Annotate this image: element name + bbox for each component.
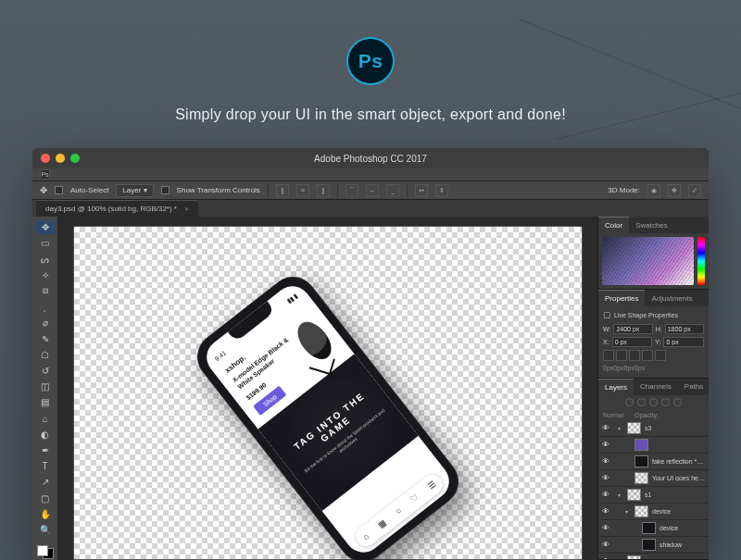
layer-row[interactable]: 👁▾device <box>598 504 709 520</box>
layer-row[interactable]: 👁Your UI goes here (192... <box>598 470 709 487</box>
canvas-checker[interactable]: 9:41 ▮▮▮ xshop. X-model Edge Black & Whi… <box>73 226 583 560</box>
tool-move[interactable]: ✥ <box>35 220 56 234</box>
prop-y-input[interactable] <box>663 337 704 347</box>
mode-3d-pan-icon[interactable]: ✥ <box>668 184 681 197</box>
layer-row[interactable]: 👁fake reflection *optional <box>598 454 709 470</box>
visibility-icon[interactable]: 👁 <box>601 507 610 516</box>
tool-brush[interactable]: ✎ <box>35 331 56 345</box>
folder-toggle-icon[interactable]: ▾ <box>618 492 623 498</box>
tool-zoom[interactable]: 🔍 <box>35 523 56 537</box>
tab-adjustments[interactable]: Adjustments <box>645 290 698 306</box>
document-tab[interactable]: day3.psd @ 100% (solid bg, RGB/32*) * × <box>36 200 198 217</box>
corner-link-icon[interactable] <box>655 350 666 361</box>
layer-filter-icon[interactable] <box>673 398 682 406</box>
tool-crop[interactable]: ⧈ <box>35 284 56 298</box>
tool-shape[interactable]: ▢ <box>35 491 56 504</box>
align-bottom-icon[interactable]: _ <box>386 184 399 197</box>
align-center-icon[interactable]: ≡ <box>296 184 309 197</box>
tool-type[interactable]: T <box>35 459 56 473</box>
corner-bl-icon[interactable] <box>642 350 653 361</box>
home-icon[interactable]: Ps <box>40 169 50 180</box>
visibility-icon[interactable]: 👁 <box>601 557 610 559</box>
tab-swatches[interactable]: Swatches <box>629 217 674 233</box>
tool-eraser[interactable]: ◫ <box>35 380 56 393</box>
tab-channels[interactable]: Channels <box>634 379 678 395</box>
color-field[interactable] <box>602 237 694 285</box>
visibility-icon[interactable]: 👁 <box>601 474 610 482</box>
align-left-icon[interactable]: ‖ <box>276 184 289 197</box>
visibility-icon[interactable]: 👁 <box>601 491 610 499</box>
folder-toggle-icon[interactable]: ▾ <box>618 425 623 431</box>
folder-toggle-icon[interactable]: ▸ <box>618 558 623 559</box>
close-icon[interactable] <box>41 154 50 163</box>
layer-row[interactable]: 👁device <box>598 520 709 537</box>
dock-circle-icon[interactable]: ○ <box>394 506 403 516</box>
titlebar[interactable]: Adobe Photoshop CC 2017 <box>32 148 709 168</box>
tool-hand[interactable]: ✋ <box>35 507 56 521</box>
corner-tl-icon[interactable] <box>603 350 614 361</box>
tool-pen[interactable]: ✒ <box>35 443 56 457</box>
layer-filter-icon[interactable] <box>625 398 634 406</box>
hue-slider[interactable] <box>697 237 705 285</box>
visibility-icon[interactable]: 👁 <box>601 541 610 549</box>
tab-color[interactable]: Color <box>598 217 629 233</box>
auto-select-target-select[interactable]: Layer ▾ <box>116 184 153 197</box>
align-middle-icon[interactable]: – <box>366 184 379 197</box>
tool-path[interactable]: ↗ <box>35 475 56 489</box>
prop-w-input[interactable] <box>613 324 652 334</box>
prop-x-input[interactable] <box>612 337 653 347</box>
mode-3d-orbit-icon[interactable]: ◉ <box>647 184 660 197</box>
tool-history-brush[interactable]: ↺ <box>35 364 56 378</box>
tool-stamp[interactable]: ☖ <box>35 348 56 362</box>
tool-magic-wand[interactable]: ✧ <box>35 268 56 282</box>
layer-row[interactable]: 👁shadow <box>598 537 709 554</box>
tool-healing[interactable]: ⌀ <box>35 316 56 330</box>
layer-filter-icon[interactable] <box>661 398 670 406</box>
foreground-color-swatch[interactable] <box>37 545 48 556</box>
layer-filter-icon[interactable] <box>637 398 646 406</box>
layer-filter-icon[interactable] <box>649 398 658 406</box>
tool-marquee[interactable]: ▭ <box>35 236 56 250</box>
layer-name: s1 <box>645 492 706 498</box>
prop-h-input[interactable] <box>665 324 704 334</box>
tool-blur[interactable]: ⌂ <box>35 411 56 425</box>
dock-menu-icon[interactable]: ☰ <box>426 479 437 492</box>
visibility-icon[interactable]: 👁 <box>601 524 610 532</box>
tab-properties[interactable]: Properties <box>598 290 645 306</box>
dock-home-icon[interactable]: ⌂ <box>361 531 370 541</box>
dock-grid-icon[interactable]: ▦ <box>376 517 388 529</box>
window-title: Adobe Photoshop CC 2017 <box>32 154 709 164</box>
minimize-icon[interactable] <box>56 154 65 163</box>
distribute-h-icon[interactable]: ⇔ <box>415 184 428 197</box>
tool-dodge[interactable]: ◐ <box>35 428 56 442</box>
distribute-v-icon[interactable]: ⇕ <box>435 184 448 197</box>
visibility-icon[interactable]: 👁 <box>601 424 610 432</box>
layer-thumb <box>634 439 648 451</box>
properties-subtitle: Live Shape Properties <box>614 311 678 319</box>
align-right-icon[interactable]: ‖ <box>317 184 330 197</box>
color-swatches[interactable] <box>36 544 55 560</box>
folder-toggle-icon[interactable]: ▾ <box>625 508 631 515</box>
layer-row[interactable]: 👁▾s3 <box>598 420 709 437</box>
canvas-area[interactable]: 9:41 ▮▮▮ xshop. X-model Edge Black & Whi… <box>58 217 597 560</box>
mode-3d-zoom-icon[interactable]: ⤢ <box>688 184 701 197</box>
visibility-icon[interactable]: 👁 <box>601 457 610 466</box>
layer-row[interactable]: 👁▸3D Floor <box>598 554 709 559</box>
tool-lasso[interactable]: ᔕ <box>35 252 56 266</box>
visibility-icon[interactable]: 👁 <box>601 441 610 449</box>
corner-br-icon[interactable] <box>629 350 640 361</box>
layer-row[interactable]: 👁 <box>598 437 709 454</box>
layer-row[interactable]: 👁▾s1 <box>598 487 709 504</box>
auto-select-checkbox[interactable] <box>55 186 63 194</box>
close-tab-icon[interactable]: × <box>184 205 189 213</box>
align-top-icon[interactable]: ‾ <box>345 184 358 197</box>
maximize-icon[interactable] <box>70 154 80 163</box>
tab-paths[interactable]: Paths <box>678 379 709 395</box>
layer-thumb <box>627 489 641 501</box>
tab-layers[interactable]: Layers <box>598 379 634 395</box>
tool-gradient[interactable]: ▤ <box>35 395 56 409</box>
tool-eyedropper[interactable]: ˎ <box>35 300 56 314</box>
show-transform-checkbox[interactable] <box>161 186 170 194</box>
dock-heart-icon[interactable]: ♡ <box>408 492 420 504</box>
corner-tr-icon[interactable] <box>616 350 627 361</box>
